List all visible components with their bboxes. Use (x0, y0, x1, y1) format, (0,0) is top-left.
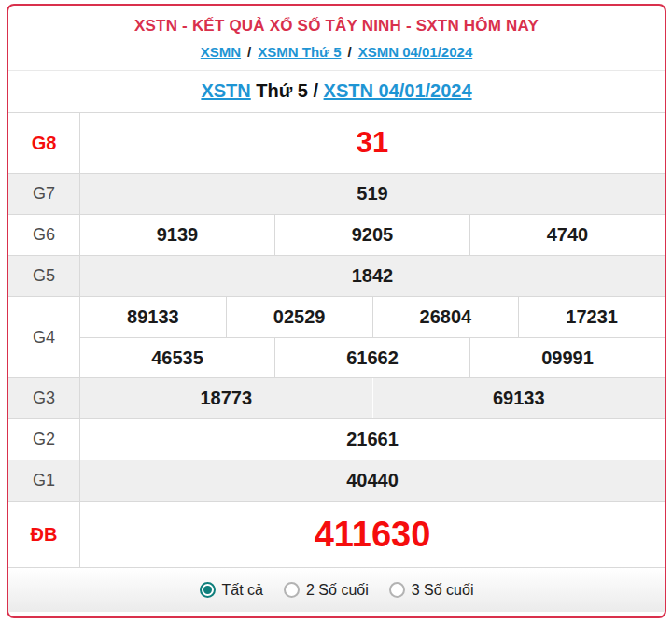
prize-values: 913992054740 (80, 215, 665, 255)
prize-values: 411630 (80, 502, 665, 567)
prize-value: 09991 (470, 338, 665, 377)
prize-value: 31 (80, 113, 665, 173)
prize-value: 9139 (80, 215, 275, 255)
filter-option-label: 3 Số cuối (412, 582, 474, 599)
filter-option-1[interactable]: Tất cả (200, 582, 263, 599)
subtitle: XSTN Thứ 5 / XSTN 04/01/2024 (8, 71, 665, 112)
prize-value: 4740 (470, 215, 665, 255)
subtitle-link-xstn-date[interactable]: XSTN 04/01/2024 (324, 80, 472, 101)
prize-value: 17231 (519, 297, 665, 337)
prize-values: 89133025292680417231465356166209991 (80, 297, 665, 377)
page-title: XSTN - KẾT QUẢ XỔ SỐ TÂY NINH - SXTN HÔM… (8, 17, 665, 35)
prize-value: 519 (80, 174, 665, 214)
prize-values: 1842 (80, 256, 665, 296)
prize-row-g2: G221661 (8, 419, 665, 460)
filter-option-label: 2 Số cuối (306, 582, 369, 599)
radio-selected-icon[interactable] (200, 582, 216, 598)
prize-value: 26804 (373, 297, 520, 337)
prize-values: 1877369133 (80, 378, 665, 418)
lottery-result-card: XSTN - KẾT QUẢ XỔ SỐ TÂY NINH - SXTN HÔM… (7, 4, 666, 618)
prize-row-g6: G6913992054740 (8, 215, 665, 256)
prize-row-g3: G31877369133 (8, 378, 665, 419)
prize-value: 40440 (80, 460, 665, 501)
prize-values: 31 (80, 113, 665, 173)
prize-row-g5: G51842 (8, 256, 665, 297)
prize-values: 21661 (80, 419, 665, 460)
prize-label: G2 (8, 419, 80, 460)
filter-option-3[interactable]: 3 Số cuối (389, 582, 474, 599)
prize-label: G1 (8, 460, 80, 501)
prize-row-g4: G489133025292680417231465356166209991 (8, 297, 665, 378)
breadcrumb-link-xsmn-date[interactable]: XSMN 04/01/2024 (358, 44, 473, 60)
prize-label: G3 (8, 378, 80, 418)
header: XSTN - KẾT QUẢ XỔ SỐ TÂY NINH - SXTN HÔM… (8, 6, 665, 71)
radio-icon[interactable] (389, 582, 405, 598)
subtitle-text: Thứ 5 / (251, 80, 324, 101)
prize-label: G8 (8, 113, 80, 173)
prize-row-g1: G140440 (8, 460, 665, 502)
breadcrumb-separator: / (347, 44, 351, 60)
prize-values: 519 (80, 174, 665, 214)
prize-row-g8: G831 (8, 113, 665, 174)
results-table: G831G7519G6913992054740G51842G4891330252… (8, 112, 665, 568)
filter-option-2[interactable]: 2 Số cuối (284, 582, 369, 599)
breadcrumb-link-xsmn[interactable]: XSMN (201, 44, 241, 60)
prize-value: 18773 (80, 378, 373, 418)
prize-value: 69133 (373, 378, 665, 418)
prize-value: 411630 (80, 502, 665, 567)
prize-value: 9205 (275, 215, 470, 255)
prize-label: G4 (8, 297, 80, 377)
filter-option-label: Tất cả (222, 582, 263, 599)
prize-value: 46535 (80, 338, 275, 377)
subtitle-link-xstn[interactable]: XSTN (201, 80, 250, 101)
breadcrumb: XSMN/XSMN Thứ 5/XSMN 04/01/2024 (8, 44, 665, 71)
prize-label: G5 (8, 256, 80, 296)
prize-label: G7 (8, 174, 80, 214)
breadcrumb-separator: / (247, 44, 251, 60)
prize-value: 1842 (80, 256, 665, 296)
prize-values: 40440 (80, 460, 665, 501)
prize-value: 21661 (80, 419, 665, 460)
prize-row-db: ĐB411630 (8, 502, 665, 568)
radio-icon[interactable] (284, 582, 300, 598)
prize-value: 02529 (227, 297, 373, 337)
prize-value: 61662 (275, 338, 470, 377)
filter-options: Tất cả2 Số cuối3 Số cuối (8, 568, 665, 612)
prize-row-g7: G7519 (8, 174, 665, 215)
prize-label: ĐB (8, 502, 80, 567)
prize-label: G6 (8, 215, 80, 255)
prize-value: 89133 (80, 297, 227, 337)
breadcrumb-link-xsmn-thu-5[interactable]: XSMN Thứ 5 (258, 44, 341, 60)
